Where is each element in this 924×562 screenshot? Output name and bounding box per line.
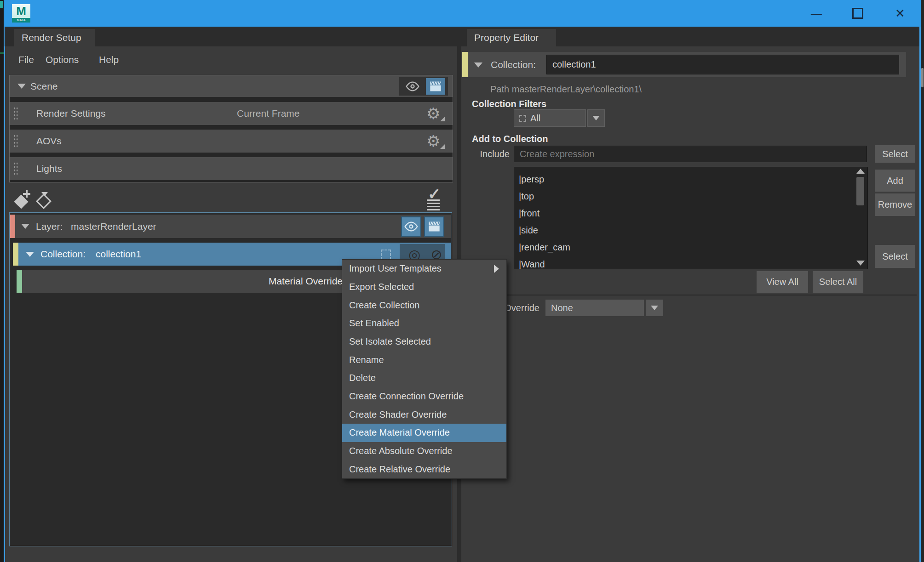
menu-item-rename[interactable]: Rename xyxy=(342,351,506,369)
plus-icon xyxy=(23,190,30,198)
scene-label: Scene xyxy=(30,75,58,97)
list-item[interactable]: |Wand xyxy=(514,256,867,269)
aovs-row[interactable]: AOVs ⚙ xyxy=(10,130,453,153)
gear-options-corner-icon xyxy=(440,117,445,121)
maximize-icon xyxy=(852,8,863,19)
titlebar[interactable] xyxy=(4,0,921,27)
drag-handle-icon[interactable] xyxy=(13,134,18,148)
window-border-right xyxy=(919,0,921,562)
maya-logo-sub: MAYA xyxy=(12,18,30,23)
background-left-fragment-green xyxy=(0,52,4,54)
eye-icon xyxy=(405,81,420,92)
object-name: |persp xyxy=(519,174,544,185)
collection-name-field[interactable] xyxy=(546,55,899,74)
menu-item-create-shader-override[interactable]: Create Shader Override xyxy=(342,405,506,424)
tab-render-setup[interactable]: Render Setup xyxy=(14,29,95,46)
import-render-settings-button[interactable] xyxy=(35,191,54,210)
minimize-button[interactable]: — xyxy=(803,0,830,27)
add-label: Add xyxy=(887,176,903,186)
layer-row[interactable]: Layer: masterRenderLayer xyxy=(10,215,451,238)
add-button[interactable]: Add xyxy=(875,170,915,192)
scene-row[interactable]: Scene xyxy=(10,75,453,97)
pe-filters-heading: Collection Filters xyxy=(472,97,546,110)
select-expression-button[interactable]: Select xyxy=(875,145,915,163)
include-expression-field[interactable] xyxy=(514,146,867,162)
list-item[interactable]: |top xyxy=(514,188,867,205)
remove-button[interactable]: Remove xyxy=(875,193,915,216)
layer-renderable-button[interactable] xyxy=(424,216,444,237)
visible-layers-filter-button[interactable]: ✓ xyxy=(426,188,447,210)
tab-property-editor[interactable]: Property Editor xyxy=(467,29,556,46)
override-combo-arrow[interactable] xyxy=(646,300,663,316)
menu-item-label: Create Relative Override xyxy=(349,464,450,475)
drag-handle-icon[interactable] xyxy=(13,162,18,176)
menu-item-label: Create Connection Override xyxy=(349,391,464,402)
select-all-button[interactable]: Select All xyxy=(813,271,863,293)
menu-item-export-selected[interactable]: Export Selected xyxy=(342,278,506,296)
scrollbar-thumb[interactable] xyxy=(856,177,864,205)
maya-logo-letter: M xyxy=(16,4,26,18)
tab-render-setup-label: Render Setup xyxy=(22,32,81,43)
collection-expand-icon[interactable] xyxy=(26,252,34,257)
background-right-scroll-fragment xyxy=(921,68,924,87)
menu-item-create-connection-override[interactable]: Create Connection Override xyxy=(342,387,506,406)
menu-item-delete[interactable]: Delete xyxy=(342,369,506,387)
menu-help[interactable]: Help xyxy=(99,53,119,67)
view-all-button[interactable]: View All xyxy=(757,271,808,293)
arrow-down-icon xyxy=(41,192,48,196)
collection-name: collection1 xyxy=(96,243,141,266)
menu-file[interactable]: File xyxy=(18,53,34,67)
gear-icon[interactable]: ⚙ xyxy=(426,133,440,149)
filter-combo-arrow[interactable] xyxy=(587,109,605,127)
clapboard-icon xyxy=(428,221,441,233)
include-label: Include xyxy=(474,146,510,162)
maximize-button[interactable] xyxy=(844,0,872,27)
list-item[interactable]: |front xyxy=(514,205,867,222)
menu-item-set-enabled[interactable]: Set Enabled xyxy=(342,314,506,333)
close-button[interactable]: ✕ xyxy=(885,0,915,27)
create-render-layer-button[interactable] xyxy=(13,191,32,210)
menu-item-set-isolate-selected[interactable]: Set Isolate Selected xyxy=(342,333,506,351)
pe-collection-label: Collection: xyxy=(491,52,536,77)
menu-item-label: Create Shader Override xyxy=(349,409,447,420)
menu-item-create-material-override[interactable]: Create Material Override xyxy=(342,424,506,442)
pe-collection-row: Collection: xyxy=(462,52,906,77)
menu-item-create-absolute-override[interactable]: Create Absolute Override xyxy=(342,442,506,460)
menu-item-create-relative-override[interactable]: Create Relative Override xyxy=(342,460,506,478)
listbox-scrollbar[interactable] xyxy=(855,168,867,268)
tab-strip xyxy=(5,27,919,46)
maya-logo: M MAYA xyxy=(12,4,30,23)
collection-label: Collection: xyxy=(40,243,86,266)
menu-item-import-user-templates[interactable]: Import User Templates xyxy=(342,260,506,278)
layer-expand-icon[interactable] xyxy=(21,224,29,229)
select-objects-button[interactable]: Select xyxy=(875,245,915,268)
scene-expand-icon[interactable] xyxy=(17,84,26,89)
lights-label: Lights xyxy=(36,157,62,180)
filter-combo[interactable]: All xyxy=(514,109,586,127)
gear-options-corner-icon xyxy=(440,144,445,149)
lights-row[interactable]: Lights xyxy=(10,157,453,180)
scroll-down-icon[interactable] xyxy=(856,261,865,266)
list-item[interactable]: |persp xyxy=(514,171,867,188)
collection-color-strip xyxy=(13,243,18,266)
list-item[interactable]: |render_cam xyxy=(514,239,867,256)
drag-handle-icon[interactable] xyxy=(13,107,18,120)
gear-icon[interactable]: ⚙ xyxy=(426,106,440,121)
menu-options[interactable]: Options xyxy=(46,53,79,67)
object-name: |front xyxy=(519,208,539,219)
pe-collection-expand-icon[interactable] xyxy=(474,62,482,68)
menu-item-label: Delete xyxy=(349,373,376,383)
render-settings-row[interactable]: Render Settings Current Frame ⚙ xyxy=(10,102,453,125)
list-item[interactable]: |side xyxy=(514,222,867,239)
layer-visibility-button[interactable] xyxy=(401,216,421,237)
list-lines-icon xyxy=(427,199,440,210)
scene-visibility-button[interactable] xyxy=(403,79,422,94)
menu-item-label: Set Enabled xyxy=(349,318,399,329)
scene-renderable-button[interactable] xyxy=(426,78,445,95)
tab-property-editor-label: Property Editor xyxy=(474,32,539,43)
objects-listbox[interactable]: |persp |top |front |side |render_cam |Wa… xyxy=(514,167,868,269)
menu-item-create-collection[interactable]: Create Collection xyxy=(342,296,506,314)
scroll-up-icon[interactable] xyxy=(856,169,865,174)
layer-color-strip xyxy=(10,215,15,238)
override-combo[interactable]: None xyxy=(545,300,644,316)
